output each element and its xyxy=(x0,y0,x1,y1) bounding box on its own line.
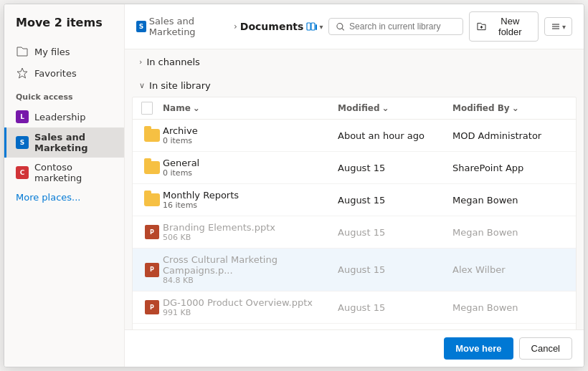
table-header: Name ⌄ Modified ⌄ Modified By ⌄ xyxy=(133,97,576,120)
table-row[interactable]: Archive 0 items About an hour ago MOD Ad… xyxy=(133,120,576,152)
modified-cell: August 15 xyxy=(338,227,452,238)
right-panel: S Sales and Marketing › Documents ▾ xyxy=(125,4,584,367)
nav-contoso[interactable]: C Contoso marketing xyxy=(4,158,124,188)
ppt-icon-branding: P xyxy=(141,225,163,239)
contoso-icon: C xyxy=(16,166,29,179)
left-panel: Move 2 items My files Favorites Quick ac… xyxy=(4,4,125,367)
dropdown-chevron-icon[interactable]: ▾ xyxy=(319,23,323,31)
modal-title: Move 2 items xyxy=(4,16,124,41)
file-name: Archive xyxy=(163,125,338,136)
svg-point-4 xyxy=(337,23,343,29)
my-files-label: My files xyxy=(34,47,70,57)
svg-line-5 xyxy=(342,28,344,30)
site-library-chevron-icon: ∨ xyxy=(139,81,145,90)
modified-by-col-header[interactable]: Modified By ⌄ xyxy=(452,102,567,115)
breadcrumb-current: Documents xyxy=(240,21,304,32)
search-icon xyxy=(336,22,345,32)
contoso-label: Contoso marketing xyxy=(34,162,113,183)
file-name: Cross Cultural Marketing Campaigns.p... xyxy=(163,254,338,276)
breadcrumb-site: S Sales and Marketing xyxy=(136,16,231,37)
modified-cell: August 15 xyxy=(338,163,452,173)
modified-cell: August 15 xyxy=(338,195,452,206)
site-name: Sales and Marketing xyxy=(149,16,231,37)
breadcrumb-separator: › xyxy=(234,21,237,32)
library-icon xyxy=(306,21,318,32)
ppt-icon-dg1000: P xyxy=(141,300,163,314)
in-channels-label: In channels xyxy=(146,57,199,67)
modified-by-cell: Megan Bowen xyxy=(452,195,567,206)
file-table: Name ⌄ Modified ⌄ Modified By ⌄ xyxy=(132,97,577,329)
name-sort-icon: ⌄ xyxy=(193,103,200,113)
modified-by-sort-icon: ⌄ xyxy=(512,103,519,113)
svg-rect-3 xyxy=(316,24,317,30)
more-places-link[interactable]: More places... xyxy=(4,188,124,207)
in-channels-section[interactable]: › In channels xyxy=(125,49,584,73)
search-box[interactable] xyxy=(328,18,463,35)
search-input[interactable] xyxy=(349,21,455,32)
file-sub: 0 items xyxy=(163,168,338,178)
table-row[interactable]: W DG-2000 Product Overview.docx 996 KB A… xyxy=(133,324,576,329)
file-name: Branding Elements.pptx xyxy=(163,222,338,233)
my-files-icon xyxy=(16,45,29,58)
file-sub: 84.8 KB xyxy=(163,276,338,285)
file-name-cell: General 0 items xyxy=(163,158,338,178)
sales-marketing-label: Sales and Marketing xyxy=(34,132,113,153)
file-sub: 506 KB xyxy=(163,233,338,242)
menu-chevron-icon: ▾ xyxy=(562,23,566,31)
table-row[interactable]: P Branding Elements.pptx 506 KB August 1… xyxy=(133,216,576,249)
folder-icon-general xyxy=(141,161,163,174)
docs-icon-wrap: ▾ xyxy=(306,21,323,32)
file-name: DG-1000 Product Overview.pptx xyxy=(163,297,338,308)
file-sub: 16 items xyxy=(163,201,338,210)
menu-button[interactable]: ▾ xyxy=(544,17,572,36)
modified-by-cell: Megan Bowen xyxy=(452,302,567,313)
new-folder-button[interactable]: New folder xyxy=(469,11,539,42)
nav-leadership[interactable]: L Leadership xyxy=(4,106,124,127)
file-name: General xyxy=(163,158,338,168)
quick-access-label: Quick access xyxy=(4,84,124,106)
file-sub: 991 KB xyxy=(163,308,338,317)
file-name-cell: Cross Cultural Marketing Campaigns.p... … xyxy=(163,254,338,285)
sales-marketing-icon: S xyxy=(16,136,29,149)
file-type-col-header xyxy=(141,102,163,115)
leadership-icon: L xyxy=(16,110,29,123)
move-here-button[interactable]: Move here xyxy=(444,337,513,360)
table-row[interactable]: P Cross Cultural Marketing Campaigns.p..… xyxy=(133,249,576,292)
modified-cell: August 15 xyxy=(338,302,452,313)
cancel-button[interactable]: Cancel xyxy=(519,337,572,360)
modified-cell: August 15 xyxy=(338,264,452,275)
nav-sales-marketing[interactable]: S Sales and Marketing xyxy=(4,127,124,158)
modified-sort-icon: ⌄ xyxy=(382,103,389,113)
ppt-icon-cross-cultural: P xyxy=(141,263,163,277)
modified-by-cell: Alex Wilber xyxy=(452,264,567,275)
nav-my-files[interactable]: My files xyxy=(4,41,124,62)
favorites-icon xyxy=(16,67,29,80)
file-name: Monthly Reports xyxy=(163,190,338,201)
table-row[interactable]: Monthly Reports 16 items August 15 Megan… xyxy=(133,184,576,216)
modified-col-header[interactable]: Modified ⌄ xyxy=(338,102,452,115)
table-row[interactable]: P DG-1000 Product Overview.pptx 991 KB A… xyxy=(133,292,576,324)
move-items-modal: Move 2 items My files Favorites Quick ac… xyxy=(4,4,584,367)
name-col-header[interactable]: Name ⌄ xyxy=(163,102,338,115)
modified-by-cell: SharePoint App xyxy=(452,163,567,173)
modified-cell: About an hour ago xyxy=(338,130,452,141)
favorites-label: Favorites xyxy=(34,68,77,79)
folder-icon-monthly xyxy=(141,193,163,206)
site-icon: S xyxy=(136,21,146,32)
file-name-cell: Branding Elements.pptx 506 KB xyxy=(163,222,338,242)
folder-icon-archive xyxy=(141,129,163,142)
in-site-library-label: In site library xyxy=(149,80,211,91)
modified-by-cell: Megan Bowen xyxy=(452,227,567,238)
svg-rect-2 xyxy=(311,23,315,30)
new-folder-label: New folder xyxy=(490,16,531,37)
table-row[interactable]: General 0 items August 15 SharePoint App xyxy=(133,152,576,184)
top-bar: S Sales and Marketing › Documents ▾ xyxy=(125,4,584,49)
file-name-cell: Monthly Reports 16 items xyxy=(163,190,338,210)
file-name-cell: Archive 0 items xyxy=(163,125,338,145)
content-area: › In channels ∨ In site library Name ⌄ xyxy=(125,49,584,329)
file-sub: 0 items xyxy=(163,136,338,145)
modified-by-cell: MOD Administrator xyxy=(452,130,567,141)
new-folder-icon xyxy=(477,21,486,32)
in-site-library-section[interactable]: ∨ In site library xyxy=(125,73,584,97)
nav-favorites[interactable]: Favorites xyxy=(4,62,124,84)
